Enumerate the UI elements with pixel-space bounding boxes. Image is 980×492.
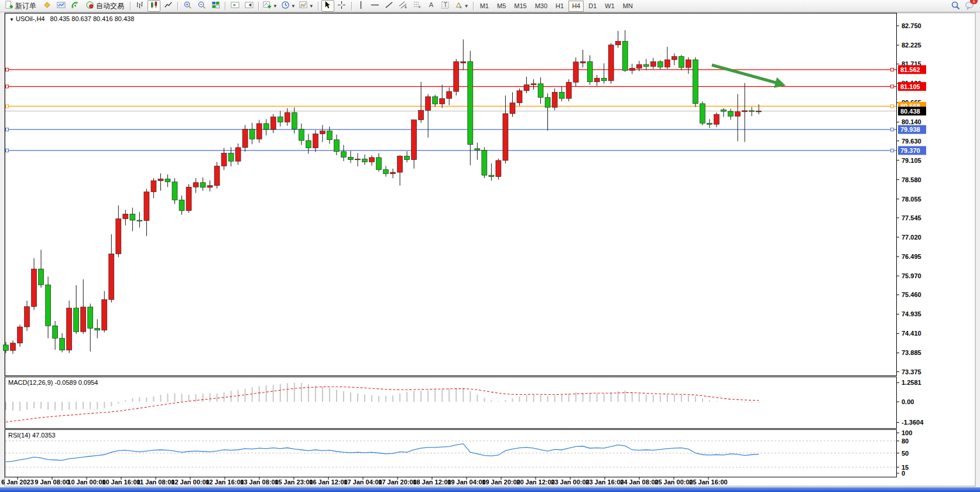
candle[interactable] [383,170,389,174]
candle[interactable] [320,131,325,134]
candle[interactable] [18,327,23,343]
candle[interactable] [517,91,522,103]
candle[interactable] [221,153,227,166]
candle[interactable] [461,62,466,63]
candle[interactable] [369,158,375,162]
candle[interactable] [249,129,255,139]
candle[interactable] [306,141,311,148]
candle[interactable] [482,150,487,175]
candle[interactable] [292,112,297,129]
candle[interactable] [489,175,494,177]
candle[interactable] [580,62,585,63]
candle[interactable] [186,187,191,210]
candle[interactable] [671,56,677,60]
candle[interactable] [256,124,262,139]
candle[interactable] [573,62,578,83]
candle[interactable] [510,103,515,114]
candle[interactable] [447,91,452,98]
level-handle[interactable] [6,105,9,108]
candle[interactable] [735,112,741,117]
candle[interactable] [158,179,163,180]
candle[interactable] [419,110,424,119]
candle[interactable] [475,149,480,151]
candle[interactable] [137,220,142,221]
candle[interactable] [538,84,543,97]
chart-canvas[interactable]: 82.75082.22581.71581.19080.66580.14079.6… [0,0,980,487]
level-handle[interactable] [891,128,894,131]
candle[interactable] [594,78,599,81]
candle[interactable] [552,92,557,107]
candle[interactable] [341,152,346,157]
candle[interactable] [235,148,241,161]
candle[interactable] [629,68,635,70]
candle[interactable] [53,326,58,338]
symbol-collapse-icon[interactable]: ▼ [9,17,14,22]
candle[interactable] [412,120,417,160]
candle[interactable] [559,92,564,98]
candle[interactable] [165,179,170,182]
level-handle[interactable] [6,85,9,88]
candle[interactable] [263,124,269,129]
candle[interactable] [728,111,734,116]
level-handle[interactable] [891,149,894,152]
candle[interactable] [67,308,72,350]
candle[interactable] [74,308,79,332]
candle[interactable] [46,285,51,326]
candle[interactable] [721,110,727,112]
candle[interactable] [636,64,642,68]
candle[interactable] [334,140,339,152]
candle[interactable] [109,254,114,299]
candle[interactable] [679,56,684,67]
candle[interactable] [615,41,621,45]
candle[interactable] [299,129,304,141]
candle[interactable] [11,343,16,351]
candle[interactable] [749,111,755,111]
candle[interactable] [214,166,220,185]
candle[interactable] [714,114,719,124]
candle[interactable] [25,306,30,327]
candle[interactable] [32,269,37,306]
candle[interactable] [228,153,234,161]
candle[interactable] [440,98,445,104]
candle[interactable] [39,269,44,285]
candle[interactable] [172,182,177,200]
candle[interactable] [355,159,361,159]
candle[interactable] [496,160,501,177]
candle[interactable] [270,117,276,129]
candle[interactable] [88,307,93,329]
candle[interactable] [242,129,248,148]
candle[interactable] [707,123,712,124]
candle[interactable] [193,183,198,187]
candle[interactable] [277,117,283,122]
candle[interactable] [756,111,762,112]
candle[interactable] [503,114,508,160]
candle[interactable] [700,104,705,123]
candle[interactable] [643,64,649,66]
candle[interactable] [608,45,614,81]
candle[interactable] [60,339,65,350]
candle[interactable] [116,218,121,254]
candle[interactable] [524,85,529,91]
candle[interactable] [650,62,656,66]
candle[interactable] [454,62,459,91]
level-handle[interactable] [6,128,9,131]
candle[interactable] [285,112,290,122]
level-handle[interactable] [891,85,894,88]
candle[interactable] [144,192,149,221]
candle[interactable] [693,60,698,104]
candle[interactable] [390,172,396,174]
candle[interactable] [95,329,100,330]
candle[interactable] [657,62,663,67]
candle[interactable] [426,97,431,110]
candle[interactable] [200,183,205,187]
candle[interactable] [4,345,9,350]
candle[interactable] [622,41,628,70]
level-handle[interactable] [891,105,894,108]
candle[interactable] [207,186,213,187]
candle[interactable] [545,97,550,107]
candle[interactable] [123,214,128,218]
candle[interactable] [179,200,184,210]
candle[interactable] [686,60,691,67]
candle[interactable] [102,299,107,330]
candle[interactable] [376,158,382,170]
